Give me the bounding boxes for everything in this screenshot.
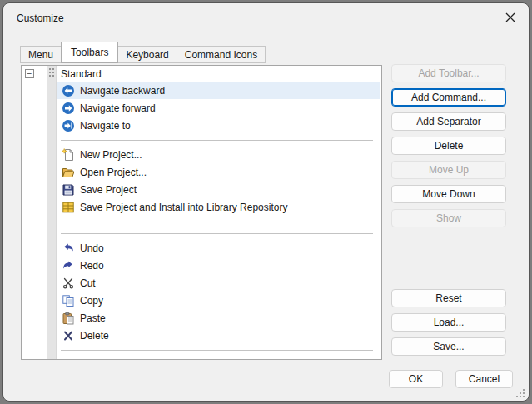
save-install-icon <box>62 201 75 214</box>
move-down-button[interactable]: Move Down <box>391 185 506 203</box>
open-project-icon <box>62 166 75 179</box>
list-separator <box>22 344 381 356</box>
list-item-copy[interactable]: Copy <box>22 292 381 309</box>
tab-keyboard[interactable]: Keyboard <box>117 46 177 63</box>
save-project-icon <box>62 183 75 197</box>
delete-button[interactable]: Delete <box>391 137 506 155</box>
list-separator <box>22 134 381 146</box>
list-separator <box>22 227 381 239</box>
list-item-navigate-forward[interactable]: Navigate forward <box>22 99 381 117</box>
resize-grip[interactable] <box>515 387 525 398</box>
dialog-title: Customize <box>17 12 64 24</box>
navigate-forward-icon <box>62 102 75 115</box>
grip-dots-icon <box>49 68 55 79</box>
save-button[interactable]: Save... <box>391 337 506 356</box>
list-item-label: Paste <box>80 312 106 324</box>
move-up-button[interactable]: Move Up <box>391 161 506 179</box>
navigate-backward-icon <box>62 84 75 97</box>
undo-icon <box>62 242 75 255</box>
list-item-label: Cut <box>80 277 96 289</box>
close-icon <box>505 12 515 22</box>
navigate-to-icon <box>62 119 75 132</box>
list-item-delete[interactable]: Delete <box>22 327 381 344</box>
toolbar-rows: −StandardNavigate backwardNavigate forwa… <box>22 66 381 356</box>
collapse-toggle-icon[interactable]: − <box>25 69 34 78</box>
tab-toolbars[interactable]: Toolbars <box>61 42 118 63</box>
ok-button[interactable]: OK <box>389 370 443 388</box>
customize-dialog: Customize MenuToolbarsKeyboardCommand Ic… <box>2 2 530 402</box>
list-item-label: Navigate to <box>80 120 131 132</box>
list-item-cut[interactable]: Cut <box>22 274 381 292</box>
redo-icon <box>62 259 75 272</box>
list-item-undo[interactable]: Undo <box>22 239 381 257</box>
add-command-button[interactable]: Add Command... <box>391 88 506 107</box>
load-button[interactable]: Load... <box>391 313 506 332</box>
toolbar-group-label: Standard <box>61 68 102 80</box>
action-buttons-primary: Add Toolbar...Add Command...Add Separato… <box>391 64 506 227</box>
toolbar-group-header[interactable]: −Standard <box>22 66 381 82</box>
reset-button[interactable]: Reset <box>391 289 506 307</box>
list-item-navigate-to[interactable]: Navigate to <box>22 117 381 134</box>
close-button[interactable] <box>497 7 524 28</box>
list-item-label: Navigate backward <box>80 85 165 97</box>
list-item-label: New Project... <box>80 149 142 161</box>
tab-command-icons[interactable]: Command Icons <box>177 46 266 63</box>
paste-icon <box>62 312 75 325</box>
list-item-label: Delete <box>80 330 109 342</box>
list-item-label: Navigate forward <box>80 102 156 114</box>
add-separator-button[interactable]: Add Separator <box>391 112 506 131</box>
list-item-label: Save Project and Install into Library Re… <box>80 202 287 213</box>
add-toolbar-button[interactable]: Add Toolbar... <box>391 64 506 82</box>
list-item-save-project-and-install-into-library-repository[interactable]: Save Project and Install into Library Re… <box>22 198 381 216</box>
list-item-new-project[interactable]: New Project... <box>22 146 381 163</box>
tab-menu[interactable]: Menu <box>20 46 62 63</box>
list-item-label: Open Project... <box>80 167 147 178</box>
list-item-label: Copy <box>80 295 103 307</box>
list-separator <box>22 216 381 227</box>
cut-icon <box>62 277 75 290</box>
delete-icon <box>62 329 75 342</box>
list-item-label: Undo <box>80 242 104 254</box>
list-item-save-project[interactable]: Save Project <box>22 181 381 198</box>
list-item-label: Save Project <box>80 184 137 196</box>
list-item-navigate-backward[interactable]: Navigate backward <box>22 82 381 99</box>
show-button[interactable]: Show <box>391 209 506 227</box>
new-project-icon <box>62 148 75 162</box>
cancel-button[interactable]: Cancel <box>455 370 513 388</box>
tab-strip: MenuToolbarsKeyboardCommand Icons <box>20 40 265 63</box>
copy-icon <box>62 294 75 307</box>
list-item-redo[interactable]: Redo <box>22 257 381 274</box>
list-item-paste[interactable]: Paste <box>22 309 381 327</box>
list-item-open-project[interactable]: Open Project... <box>22 163 381 181</box>
action-buttons-secondary: ResetLoad...Save... <box>391 289 506 356</box>
list-item-label: Redo <box>80 260 104 272</box>
toolbar-list: −StandardNavigate backwardNavigate forwa… <box>21 65 382 360</box>
